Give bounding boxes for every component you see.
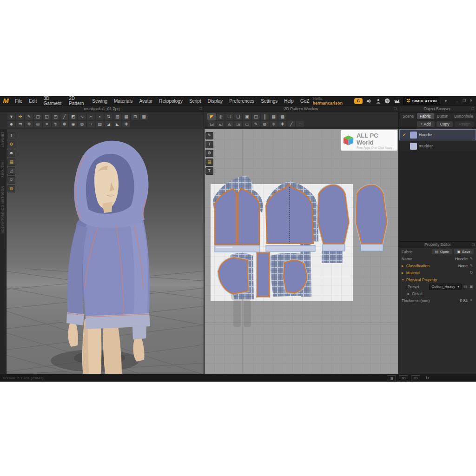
preset-select[interactable]: Cotton_Heavy ▾ <box>429 284 462 290</box>
drape-icon[interactable]: ❁ <box>60 121 68 127</box>
unfold-icon[interactable]: ◳ <box>234 121 242 127</box>
fold-arrangement-icon[interactable]: ◩ <box>69 113 77 120</box>
segment-sewing-icon[interactable]: ∿ <box>78 113 86 120</box>
simulation-dropdown[interactable]: ▾ <box>443 99 448 103</box>
dual-view-button[interactable]: ◨ <box>387 375 396 381</box>
menu-item[interactable]: Avatar <box>136 99 156 104</box>
expand-icon[interactable]: ▶ <box>402 264 405 267</box>
edit-curvature-icon[interactable]: ❏ <box>234 113 242 120</box>
pattern-annotation-icon[interactable]: ✎ <box>252 121 260 127</box>
3d-popout-icon[interactable]: ❐ <box>199 106 202 112</box>
trace-icon[interactable]: ◲ <box>208 121 216 127</box>
fabric-row-hoodie[interactable]: ✔ Hoodie <box>399 129 476 140</box>
assign-fabric-button[interactable]: Assign <box>455 121 474 127</box>
puckering-icon[interactable]: ◣ <box>113 121 121 127</box>
menu-item[interactable]: 2D Pattern <box>66 96 89 106</box>
pleats-icon[interactable]: ✚ <box>122 121 130 127</box>
add-point-icon[interactable]: ❐ <box>225 113 233 120</box>
fasten-button-icon[interactable]: ◔ <box>87 121 95 127</box>
credits-icon[interactable]: C <box>354 98 363 104</box>
refresh-material-icon[interactable]: ↻ <box>469 271 474 275</box>
2d-popout-icon[interactable]: ❐ <box>394 106 397 112</box>
fabric-row-muddar[interactable]: muddar <box>399 140 476 152</box>
pin-tool-icon[interactable]: ╱ <box>60 113 68 120</box>
measure-delete-icon[interactable]: ✕ <box>43 121 51 127</box>
dart-tool-icon[interactable]: ║ <box>261 113 269 120</box>
rectangle-pattern-icon[interactable]: ◫ <box>252 113 260 120</box>
menu-item[interactable]: Edit <box>26 99 40 104</box>
name-value[interactable]: Hoodie <box>455 257 468 261</box>
rearrange-all-icon[interactable]: ◱ <box>43 113 51 120</box>
physical-property-row[interactable]: ▼ Physical Property <box>399 276 476 283</box>
expand-icon[interactable]: ▶ <box>408 292 411 295</box>
zipper-tool-icon[interactable]: ▤ <box>96 121 104 127</box>
2d-pattern-viewport[interactable]: ✎T⚙▤T ALL PC World Free Apps One Click A… <box>205 129 399 374</box>
library-tab[interactable]: LIBRARY <box>1 132 4 147</box>
property-editor-popout-icon[interactable]: ❐ <box>472 242 475 248</box>
button-tool-icon[interactable]: ◉ <box>69 121 77 127</box>
object-browser-tab[interactable]: Button <box>434 113 451 119</box>
menu-item[interactable]: Script <box>186 99 205 104</box>
open-button[interactable]: ▤Open <box>432 249 452 254</box>
object-browser-tab[interactable]: Scene <box>400 113 416 119</box>
show-pattern-icon[interactable]: T <box>205 141 213 148</box>
menu-item[interactable]: 3D Garment <box>40 96 66 106</box>
measure-tape-icon[interactable]: ◎ <box>34 121 42 127</box>
detail-row[interactable]: ▶ Detail <box>399 290 476 297</box>
clone-layer-under-icon[interactable]: ◱ <box>217 121 225 127</box>
object-browser-tab[interactable]: Buttonhole <box>451 113 476 119</box>
avatar-pose-icon[interactable]: ✥ <box>25 121 33 127</box>
thickness-value[interactable]: 0.84 <box>460 298 468 303</box>
topstitch-3d-icon[interactable]: ◢ <box>105 121 112 127</box>
history-tab[interactable]: HISTORY <box>1 162 4 178</box>
save-button[interactable]: ▣Save <box>454 249 474 254</box>
pattern-property-icon[interactable]: ⚙ <box>205 150 213 157</box>
md-community-icon[interactable] <box>394 98 400 104</box>
edit-point-icon[interactable]: ◎ <box>217 113 225 120</box>
grid-plus-icon[interactable]: ⊞ <box>131 113 139 120</box>
preset-save-icon[interactable]: ▣ <box>469 284 474 289</box>
select-tool-icon[interactable]: ▼ <box>7 113 15 120</box>
account-icon[interactable] <box>375 98 381 104</box>
transform-pattern-icon[interactable]: ◤ <box>208 113 216 120</box>
material-row[interactable]: ▶ Material ↻ <box>399 269 476 276</box>
avatar-move-icon[interactable]: ⇉ <box>16 121 24 127</box>
grid-small-icon[interactable]: ▦ <box>122 113 130 120</box>
simulation-button[interactable]: SIMULATION <box>403 97 440 105</box>
classification-value[interactable]: None <box>458 264 468 268</box>
minimize-button[interactable]: – <box>454 98 460 104</box>
notes-3d-icon[interactable]: ▤ <box>7 159 15 166</box>
preset-open-icon[interactable]: ▤ <box>463 284 468 289</box>
show-avatar-icon[interactable]: ☻ <box>7 150 15 157</box>
seam-taping-icon[interactable]: ▭ <box>243 121 251 127</box>
object-browser-tab[interactable]: Fabric <box>417 113 434 119</box>
basting-icon[interactable]: ┄ <box>296 121 304 127</box>
sewing-fold-icon[interactable]: ◖ <box>96 113 104 120</box>
clone-layer-over-icon[interactable]: ◰ <box>225 121 233 127</box>
grid-large-icon[interactable]: ▩ <box>140 113 148 120</box>
collapse-icon[interactable]: ▼ <box>402 278 405 281</box>
free-sewing-icon[interactable]: ✂ <box>87 113 95 120</box>
buttonhole-tool-icon[interactable]: ◍ <box>78 121 86 127</box>
topstitch-2d-icon[interactable]: ❈ <box>270 121 278 127</box>
shirring-icon[interactable]: ✚ <box>278 121 286 127</box>
menu-item[interactable]: Materials <box>111 99 136 104</box>
edit-pattern-icon[interactable]: ✎ <box>25 113 33 120</box>
help-icon[interactable]: ? <box>384 98 390 104</box>
avatar-show-icon[interactable]: ☻ <box>7 121 15 127</box>
modular-configurator-tab[interactable]: MODULAR CONFIGURATOR <box>1 186 4 234</box>
move-gizmo-icon[interactable]: ✛ <box>16 113 24 120</box>
copy-fabric-button[interactable]: Copy <box>436 121 453 127</box>
menu-item[interactable]: GoZ <box>297 99 312 104</box>
username-link[interactable]: hermancarlson <box>312 101 343 106</box>
tack-icon[interactable]: ▥ <box>113 113 121 120</box>
menu-item[interactable]: File <box>12 99 26 104</box>
sound-icon[interactable] <box>366 98 372 104</box>
show-base-pattern-icon[interactable]: T <box>205 167 213 175</box>
edit-name-icon[interactable]: ✎ <box>469 257 474 261</box>
show-garment-icon[interactable]: T <box>7 132 15 139</box>
menu-item[interactable]: Settings <box>258 99 281 104</box>
show-accessory-icon[interactable]: ◿ <box>7 167 15 175</box>
avatar-display-icon[interactable]: ☺ <box>7 176 15 184</box>
tack-on-avatar-icon[interactable]: ⇅ <box>105 113 112 120</box>
